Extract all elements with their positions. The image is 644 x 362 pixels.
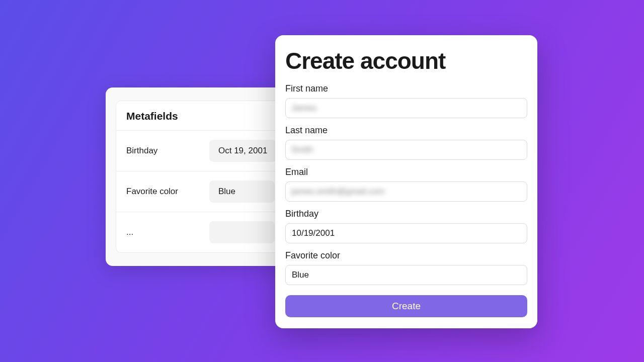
favorite-color-label: Favorite color <box>285 250 527 261</box>
email-input[interactable] <box>285 182 527 202</box>
favorite-color-input[interactable] <box>285 265 527 285</box>
metafields-label-favorite-color: Favorite color <box>126 187 209 197</box>
metafields-value-birthday: Oct 19, 2001 <box>209 140 276 162</box>
form-group-first-name: First name James <box>285 83 527 118</box>
first-name-label: First name <box>285 83 527 94</box>
form-title: Create account <box>285 47 527 74</box>
email-label: Email <box>285 167 527 177</box>
form-group-email: Email james.smith@gmail.com <box>285 167 527 202</box>
birthday-input[interactable] <box>285 223 527 243</box>
first-name-input[interactable] <box>285 98 527 118</box>
form-group-birthday: Birthday <box>285 209 527 243</box>
birthday-label: Birthday <box>285 209 527 219</box>
create-button[interactable]: Create <box>285 295 527 317</box>
form-group-last-name: Last name Smith <box>285 125 527 160</box>
last-name-input[interactable] <box>285 140 527 160</box>
create-account-form: Create account First name James Last nam… <box>275 35 537 328</box>
form-group-favorite-color: Favorite color <box>285 250 527 285</box>
metafields-value-empty <box>209 221 275 243</box>
metafields-label-birthday: Birthday <box>126 146 209 156</box>
last-name-label: Last name <box>285 125 527 136</box>
metafields-label-more: ... <box>126 227 209 237</box>
metafields-value-favorite-color: Blue <box>209 180 275 203</box>
